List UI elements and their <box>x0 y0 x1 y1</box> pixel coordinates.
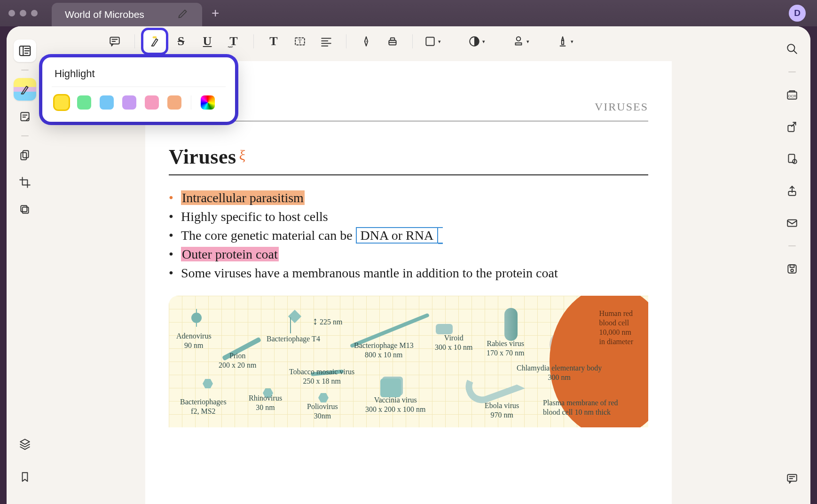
diagram-size-arrow: ↕ 225 nm <box>313 315 342 328</box>
mail-icon[interactable] <box>783 213 801 232</box>
custom-color-swatch[interactable] <box>201 95 215 110</box>
format-toolbar: S U T〰 T T <box>43 26 774 56</box>
textbox-button[interactable]: T <box>289 30 311 53</box>
eraser-tool-icon[interactable] <box>381 30 404 53</box>
list-item[interactable]: Outer protein coat <box>169 245 648 264</box>
diagram-label: Ebola virus 970 nm <box>485 401 519 420</box>
separator <box>253 34 254 48</box>
zoom-icon[interactable] <box>31 10 38 16</box>
separator <box>134 34 135 48</box>
highlight-button[interactable] <box>143 30 166 53</box>
document-page: VIRUSES Viruses ξ Intracellular parasiti… <box>145 61 672 504</box>
shape-dropdown[interactable] <box>421 30 444 53</box>
separator <box>346 34 346 48</box>
signature-dropdown[interactable] <box>554 30 576 53</box>
diagram-label: Bacteriophage M13 800 x 10 nm <box>354 341 414 360</box>
diagram-label: Chlamydia elementary body 300 nm <box>517 363 602 382</box>
rabies-shape <box>504 308 518 341</box>
svg-rect-3 <box>21 153 26 160</box>
phage-tail-shape <box>290 317 291 333</box>
svg-rect-18 <box>788 154 794 162</box>
diagram-label: Rhinovirus 30 nm <box>249 394 282 412</box>
document-tab[interactable]: World of Microbes <box>52 3 202 26</box>
search-icon[interactable] <box>783 39 801 58</box>
popup-divider <box>52 87 226 87</box>
svg-rect-23 <box>790 265 794 267</box>
crop-icon[interactable] <box>14 171 36 194</box>
alignment-button[interactable] <box>315 30 338 53</box>
close-icon[interactable] <box>8 10 15 16</box>
color-swatch[interactable] <box>122 95 136 110</box>
share-icon[interactable] <box>783 181 801 200</box>
color-swatch[interactable] <box>167 95 181 110</box>
avatar[interactable]: D <box>789 5 806 22</box>
list-item[interactable]: Intracellular parasitism <box>169 189 648 207</box>
diagram-label: Viroid 300 x 10 nm <box>435 333 472 352</box>
opacity-dropdown[interactable] <box>465 30 488 53</box>
scribble-annotation: ξ <box>238 147 246 164</box>
color-swatches <box>55 95 223 110</box>
window-titlebar: World of Microbes + D <box>0 0 817 26</box>
diagram-label: Prion 200 x 20 nm <box>219 351 256 370</box>
ocr-icon[interactable]: OCR <box>783 86 801 104</box>
stamp-dropdown[interactable] <box>510 30 532 53</box>
pen-tool-icon[interactable] <box>355 30 377 53</box>
sidebar-left <box>7 26 43 504</box>
layers-icon[interactable] <box>14 198 36 221</box>
boxed-text: DNA or RNA <box>356 227 439 244</box>
text-style-button[interactable]: T <box>262 30 285 53</box>
svg-rect-21 <box>787 220 797 227</box>
page-title: Viruses <box>169 145 236 169</box>
bookmark-icon[interactable] <box>14 465 36 488</box>
add-tab-button[interactable]: + <box>212 6 219 21</box>
list-item[interactable]: Some viruses have a membranous mantle in… <box>169 264 648 283</box>
divider <box>21 70 29 71</box>
diagram-label: Bacteriophages f2, MS2 24nm <box>180 388 227 427</box>
svg-rect-4 <box>23 207 29 213</box>
ebola-shape <box>461 358 526 408</box>
divider <box>788 245 796 246</box>
comment-icon[interactable] <box>103 30 126 53</box>
svg-text:OCR: OCR <box>788 94 796 98</box>
minimize-icon[interactable] <box>20 10 26 16</box>
list-item[interactable]: Highly specific to host cells <box>169 207 648 226</box>
pencil-icon[interactable] <box>177 8 189 22</box>
lock-document-icon[interactable] <box>783 150 801 168</box>
save-icon[interactable] <box>783 260 801 278</box>
virus-diagram: Adenovirus 90 nm Prion 200 x 20 nm Bacte… <box>169 296 648 427</box>
copy-pages-icon[interactable] <box>14 144 36 166</box>
underline-button[interactable]: U <box>196 30 219 53</box>
header-rule <box>169 121 648 121</box>
tab-title: World of Microbes <box>65 9 144 20</box>
diagram-label: Poliovirus 30nm <box>307 402 338 421</box>
list-item[interactable]: The core genetic material can be DNA or … <box>169 226 648 245</box>
stack-icon[interactable] <box>14 433 36 455</box>
squiggly-underline-button[interactable]: T〰 <box>222 30 245 53</box>
color-swatch[interactable] <box>145 95 159 110</box>
highlighted-text: Intracellular parasitism <box>181 190 305 205</box>
highlighter-tool-icon[interactable] <box>14 78 36 101</box>
page-running-header: VIRUSES <box>169 101 648 113</box>
note-tool-icon[interactable] <box>14 105 36 128</box>
color-swatch[interactable] <box>100 95 114 110</box>
color-swatch[interactable] <box>55 95 69 110</box>
divider <box>788 71 796 72</box>
svg-rect-11 <box>426 37 434 45</box>
svg-text:T: T <box>298 38 302 45</box>
convert-icon[interactable] <box>783 118 801 136</box>
title-rule <box>169 174 648 175</box>
bullet-list: Intracellular parasitism Highly specific… <box>169 189 648 283</box>
svg-rect-2 <box>23 150 29 158</box>
svg-point-24 <box>791 269 793 272</box>
diagram-label: Bacteriophage T4 <box>267 334 320 344</box>
separator <box>191 95 191 110</box>
comments-panel-icon[interactable] <box>783 469 801 488</box>
strikethrough-button[interactable]: S <box>170 30 192 53</box>
highlight-popup: Highlight <box>42 57 235 122</box>
color-swatch[interactable] <box>77 95 91 110</box>
reader-mode-icon[interactable] <box>14 39 36 62</box>
divider <box>21 135 29 136</box>
svg-rect-25 <box>787 474 797 481</box>
window-controls <box>8 10 38 16</box>
bacteriophage-hex-shape <box>203 378 213 389</box>
